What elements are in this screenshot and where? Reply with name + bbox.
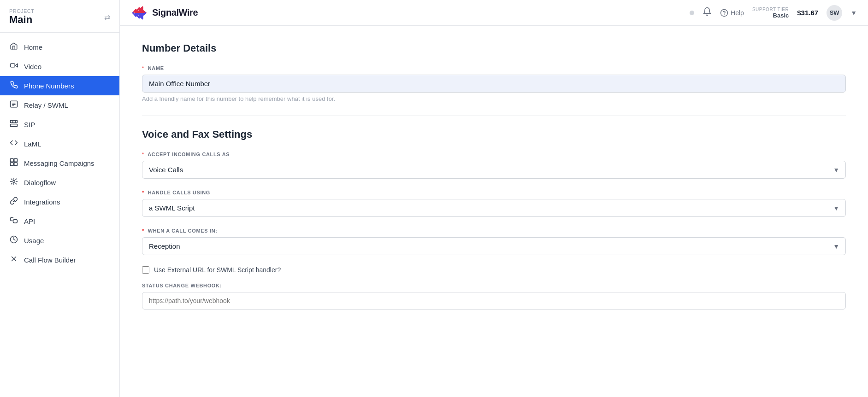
sidebar-item-call-flow-builder-label: Call Flow Builder — [24, 256, 76, 264]
handle-calls-label: * HANDLE CALLS USING — [142, 190, 846, 195]
name-label: * NAME — [142, 65, 846, 71]
handle-calls-group: * HANDLE CALLS USING a SWML Script a LaM… — [142, 190, 846, 217]
accept-calls-required-marker: * — [142, 152, 144, 157]
sidebar-item-api[interactable]: API — [0, 211, 119, 231]
svg-rect-11 — [14, 159, 18, 162]
project-label: Project — [9, 8, 34, 14]
accept-calls-select[interactable]: Voice Calls Fax Voice Calls and Fax — [142, 161, 846, 179]
external-url-checkbox[interactable] — [142, 266, 149, 274]
handle-calls-select[interactable]: a SWML Script a LaML Script a Relay Appl… — [142, 199, 846, 217]
svg-rect-6 — [11, 121, 13, 123]
svg-line-17 — [11, 179, 12, 180]
external-url-label: Use External URL for SWML Script handler… — [154, 266, 281, 274]
svg-line-18 — [16, 183, 17, 184]
integrations-icon — [9, 197, 18, 207]
relay-icon — [9, 100, 18, 110]
sidebar-item-integrations-label: Integrations — [24, 198, 60, 206]
sidebar-item-integrations[interactable]: Integrations — [0, 192, 119, 211]
svg-line-22 — [16, 179, 17, 180]
home-icon — [9, 42, 18, 52]
sidebar-item-relay-swml-label: Relay / SWML — [24, 101, 68, 109]
when-call-required-marker: * — [142, 228, 144, 234]
svg-rect-9 — [11, 124, 18, 127]
account-chevron-icon[interactable]: ▼ — [850, 9, 857, 17]
usage-icon — [9, 235, 18, 245]
dialogflow-icon — [9, 177, 18, 187]
voice-fax-section: Voice and Fax Settings * ACCEPT INCOMING… — [142, 128, 846, 309]
logo-text: SignalWire — [152, 7, 198, 18]
help-label: Help — [731, 9, 744, 17]
sidebar-nav: Home Video Phone Numbers — [0, 33, 119, 397]
svg-rect-12 — [11, 163, 14, 166]
when-call-label: * WHEN A CALL COMES IN: — [142, 228, 846, 234]
sidebar-item-sip-label: SIP — [24, 121, 35, 128]
number-details-title: Number Details — [142, 42, 846, 54]
sidebar-item-sip[interactable]: SIP — [0, 115, 119, 134]
main-content: Number Details * NAME Add a friendly nam… — [120, 26, 868, 397]
project-name: Main — [9, 14, 34, 26]
sidebar-item-laml[interactable]: LāML — [0, 134, 119, 153]
main-wrapper: SignalWire Help SUPPORT TIER Bas — [120, 0, 868, 397]
sip-icon — [9, 119, 18, 129]
voice-fax-title: Voice and Fax Settings — [142, 128, 846, 140]
svg-rect-10 — [11, 159, 14, 162]
sidebar-item-api-label: API — [24, 217, 35, 225]
sidebar-item-phone-numbers[interactable]: Phone Numbers — [0, 76, 119, 95]
svg-rect-0 — [11, 64, 15, 68]
sidebar-item-dialogflow[interactable]: Dialogflow — [0, 173, 119, 192]
sidebar-item-home-label: Home — [24, 43, 42, 51]
sidebar-item-messaging-campaigns[interactable]: Messaging Campaigns — [0, 153, 119, 173]
laml-icon — [9, 139, 18, 149]
accept-calls-select-wrapper: Voice Calls Fax Voice Calls and Fax ▼ — [142, 161, 846, 179]
sidebar: Project Main ⇄ Home Video — [0, 0, 120, 397]
svg-line-21 — [11, 183, 12, 184]
status-dot — [690, 11, 694, 15]
sidebar-item-video-label: Video — [24, 63, 41, 70]
support-tier-label: SUPPORT TIER — [752, 7, 789, 12]
webhook-group: STATUS CHANGE WEBHOOK: — [142, 283, 846, 309]
support-tier: SUPPORT TIER Basic — [752, 7, 789, 19]
sidebar-item-usage[interactable]: Usage — [0, 231, 119, 250]
logo-icon — [131, 5, 148, 21]
svg-point-14 — [13, 181, 15, 183]
sidebar-item-phone-numbers-label: Phone Numbers — [24, 82, 74, 90]
name-required-marker: * — [142, 65, 144, 71]
sidebar-item-video[interactable]: Video — [0, 57, 119, 76]
accept-calls-group: * ACCEPT INCOMING CALLS AS Voice Calls F… — [142, 152, 846, 179]
video-icon — [9, 61, 18, 71]
topbar: SignalWire Help SUPPORT TIER Bas — [120, 0, 868, 26]
help-button[interactable]: Help — [720, 9, 744, 17]
name-field-group: * NAME Add a friendly name for this numb… — [142, 65, 846, 102]
logo: SignalWire — [131, 5, 198, 21]
avatar[interactable]: SW — [827, 5, 842, 21]
sidebar-item-home[interactable]: Home — [0, 37, 119, 57]
when-call-group: * WHEN A CALL COMES IN: Reception Custom… — [142, 228, 846, 255]
project-header: Project Main ⇄ — [0, 0, 119, 33]
accept-calls-label: * ACCEPT INCOMING CALLS AS — [142, 152, 846, 157]
balance: $31.67 — [797, 9, 818, 17]
svg-rect-8 — [15, 121, 18, 123]
help-icon — [720, 9, 728, 17]
handle-calls-select-wrapper: a SWML Script a LaML Script a Relay Appl… — [142, 199, 846, 217]
when-call-select[interactable]: Reception Custom URL — [142, 237, 846, 255]
notifications-icon[interactable] — [703, 7, 712, 18]
call-flow-icon — [9, 255, 18, 265]
svg-rect-7 — [13, 121, 15, 123]
section-divider — [142, 115, 846, 116]
webhook-input[interactable] — [142, 292, 846, 309]
sidebar-item-usage-label: Usage — [24, 237, 44, 245]
phone-icon — [9, 81, 18, 91]
sidebar-item-dialogflow-label: Dialogflow — [24, 179, 56, 187]
switch-project-icon[interactable]: ⇄ — [104, 13, 110, 22]
webhook-label: STATUS CHANGE WEBHOOK: — [142, 283, 846, 288]
topbar-right: Help SUPPORT TIER Basic $31.67 SW ▼ — [690, 5, 857, 21]
sidebar-item-relay-swml[interactable]: Relay / SWML — [0, 95, 119, 115]
support-tier-value: Basic — [773, 12, 789, 19]
name-input[interactable] — [142, 75, 846, 93]
messaging-icon — [9, 158, 18, 168]
when-call-select-wrapper: Reception Custom URL ▼ — [142, 237, 846, 255]
handle-calls-required-marker: * — [142, 190, 144, 195]
sidebar-item-call-flow-builder[interactable]: Call Flow Builder — [0, 250, 119, 269]
sidebar-item-messaging-campaigns-label: Messaging Campaigns — [24, 159, 94, 167]
name-hint: Add a friendly name for this number to h… — [142, 95, 846, 102]
